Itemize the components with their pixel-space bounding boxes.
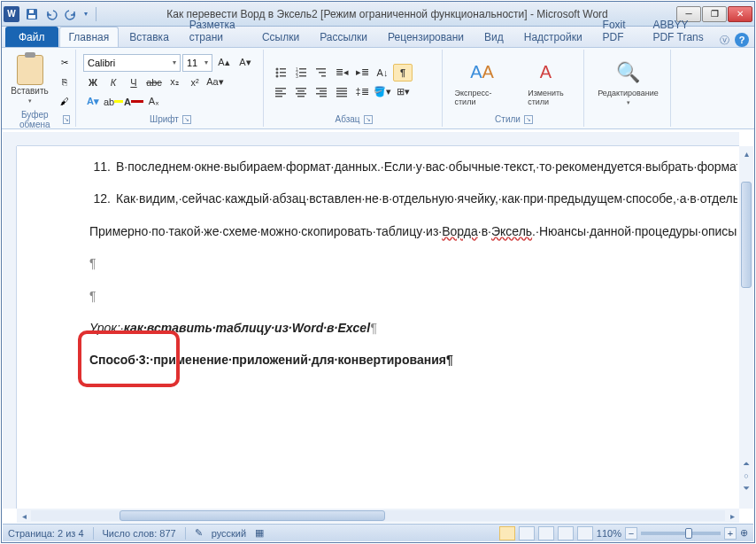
svg-rect-31 bbox=[336, 90, 347, 92]
change-case-button[interactable]: Aa▾ bbox=[205, 74, 225, 91]
scrollbar-vertical[interactable]: ▴ ⏶ ○ ⏷ bbox=[739, 146, 753, 509]
close-button[interactable]: ✕ bbox=[728, 6, 752, 22]
zoom-slider[interactable] bbox=[641, 532, 721, 535]
underline-button[interactable]: Ч bbox=[124, 74, 143, 91]
zoom-in-button[interactable]: + bbox=[724, 527, 737, 540]
paragraph-dialog-launcher[interactable]: ↘ bbox=[364, 115, 373, 124]
subscript-button[interactable]: x₂ bbox=[165, 74, 184, 91]
status-word-count[interactable]: Число слов: 877 bbox=[103, 528, 176, 539]
clipboard-dialog-launcher[interactable]: ↘ bbox=[63, 115, 70, 124]
svg-rect-28 bbox=[316, 93, 327, 95]
borders-button[interactable]: ⊞▾ bbox=[393, 83, 413, 101]
shrink-font-button[interactable]: A▾ bbox=[235, 54, 255, 72]
grow-font-button[interactable]: A▴ bbox=[214, 54, 234, 72]
macro-icon[interactable]: ▦ bbox=[255, 527, 264, 539]
zoom-out-button[interactable]: − bbox=[625, 527, 637, 540]
cut-button[interactable]: ✂ bbox=[56, 54, 73, 72]
format-painter-button[interactable]: 🖌 bbox=[56, 93, 73, 111]
justify-button[interactable] bbox=[332, 83, 351, 101]
view-print-layout-button[interactable] bbox=[499, 526, 515, 540]
word-icon: W bbox=[4, 6, 19, 22]
group-editing: 🔍 Редактирование ▾ bbox=[586, 50, 671, 127]
save-button[interactable] bbox=[23, 5, 41, 23]
font-size-combo[interactable]: 11▾ bbox=[182, 54, 212, 72]
svg-point-7 bbox=[276, 74, 279, 77]
prev-page-icon[interactable]: ⏶ bbox=[739, 457, 753, 470]
bullets-button[interactable] bbox=[271, 64, 290, 82]
highlight-button[interactable]: ab bbox=[104, 93, 123, 111]
quick-access-toolbar: ▾ bbox=[23, 5, 90, 23]
tab-foxit[interactable]: Foxit PDF bbox=[593, 14, 643, 47]
align-center-button[interactable] bbox=[291, 83, 311, 101]
font-color-button[interactable]: A bbox=[124, 93, 143, 111]
view-reading-button[interactable] bbox=[519, 526, 535, 540]
ruler-vertical[interactable] bbox=[3, 146, 17, 509]
tab-addins[interactable]: Надстройки bbox=[514, 27, 592, 47]
zoom-thumb[interactable] bbox=[685, 528, 692, 539]
qat-customize-icon[interactable]: ▾ bbox=[81, 5, 90, 23]
binoculars-icon: 🔍 bbox=[614, 58, 643, 87]
scroll-thumb[interactable] bbox=[120, 510, 385, 521]
ruler-horizontal[interactable] bbox=[17, 132, 739, 146]
align-left-button[interactable] bbox=[271, 83, 290, 101]
scrollbar-horizontal[interactable]: ◂ ▸ bbox=[17, 509, 739, 523]
shading-button[interactable]: 🪣▾ bbox=[373, 83, 392, 101]
decrease-indent-button[interactable]: ≣◂ bbox=[332, 64, 351, 82]
redo-button[interactable] bbox=[62, 5, 80, 23]
svg-rect-12 bbox=[299, 72, 306, 74]
strikethrough-button[interactable]: abc bbox=[144, 74, 164, 91]
font-dialog-launcher[interactable]: ↘ bbox=[182, 115, 191, 124]
styles-dialog-launcher[interactable]: ↘ bbox=[524, 115, 533, 124]
font-name-combo[interactable]: Calibri▾ bbox=[83, 54, 181, 72]
tab-layout[interactable]: Разметка страни bbox=[180, 14, 251, 47]
tab-view[interactable]: Вид bbox=[474, 27, 513, 47]
help-icon[interactable]: ? bbox=[735, 33, 749, 47]
clear-formatting-button[interactable]: Aₓ bbox=[144, 93, 164, 111]
show-marks-button[interactable]: ¶ bbox=[393, 64, 413, 82]
paragraph-label: Абзац bbox=[335, 114, 359, 124]
view-draft-button[interactable] bbox=[577, 526, 593, 540]
copy-button[interactable]: ⎘ bbox=[56, 74, 73, 91]
find-button[interactable]: 🔍 Редактирование ▾ bbox=[594, 57, 662, 108]
scroll-up-icon[interactable]: ▴ bbox=[739, 146, 753, 160]
tab-file[interactable]: Файл bbox=[5, 27, 58, 47]
tab-abbyy[interactable]: ABBYY PDF Trans bbox=[643, 14, 719, 47]
scroll-left-icon[interactable]: ◂ bbox=[17, 509, 31, 523]
scroll-right-icon[interactable]: ▸ bbox=[725, 509, 739, 523]
text-effects-button[interactable]: A▾ bbox=[83, 93, 103, 111]
change-styles-button[interactable]: A Изменить стили bbox=[515, 57, 577, 108]
quick-styles-button[interactable]: AA Экспресс-стили bbox=[451, 57, 513, 108]
undo-button[interactable] bbox=[42, 5, 60, 23]
line-spacing-button[interactable]: ‡≣ bbox=[352, 83, 372, 101]
view-outline-button[interactable] bbox=[558, 526, 574, 540]
tab-mailings[interactable]: Рассылки bbox=[310, 27, 377, 47]
status-page[interactable]: Страница: 2 из 4 bbox=[8, 528, 84, 539]
bold-button[interactable]: Ж bbox=[83, 74, 103, 91]
paragraph: Примерно·по·такой·же·схеме·можно·скопиро… bbox=[89, 221, 667, 241]
next-page-icon[interactable]: ⏷ bbox=[739, 482, 753, 494]
zoom-fit-icon[interactable]: ⊕ bbox=[740, 527, 748, 539]
multilevel-list-button[interactable] bbox=[312, 64, 331, 82]
font-size-value: 11 bbox=[187, 58, 197, 68]
group-styles: AA Экспресс-стили A Изменить стили Стили… bbox=[444, 50, 584, 127]
tab-home[interactable]: Главная bbox=[59, 27, 120, 47]
superscript-button[interactable]: x² bbox=[185, 74, 204, 91]
view-web-button[interactable] bbox=[538, 526, 554, 540]
scroll-thumb[interactable] bbox=[741, 182, 752, 288]
ribbon-minimize-icon[interactable]: ⓥ bbox=[720, 34, 729, 47]
increase-indent-button[interactable]: ▸≣ bbox=[352, 64, 372, 82]
tab-review[interactable]: Рецензировани bbox=[378, 27, 474, 47]
document-page[interactable]: 11. В·последнем·окне·выбираем·формат·дан… bbox=[19, 148, 737, 507]
proofing-icon[interactable]: ✎ bbox=[195, 527, 203, 539]
document-content[interactable]: 11. В·последнем·окне·выбираем·формат·дан… bbox=[19, 148, 737, 392]
sort-button[interactable]: A↓ bbox=[373, 64, 392, 82]
paste-button[interactable]: Вставить ▾ bbox=[7, 54, 51, 106]
numbering-button[interactable]: 123 bbox=[291, 64, 311, 82]
align-right-button[interactable] bbox=[312, 83, 331, 101]
zoom-level[interactable]: 110% bbox=[597, 528, 621, 539]
tab-references[interactable]: Ссылки bbox=[252, 27, 309, 47]
browse-object-icon[interactable]: ○ bbox=[739, 470, 753, 482]
tab-insert[interactable]: Вставка bbox=[120, 27, 179, 47]
italic-button[interactable]: К bbox=[104, 74, 123, 91]
status-language[interactable]: русский bbox=[212, 528, 246, 539]
